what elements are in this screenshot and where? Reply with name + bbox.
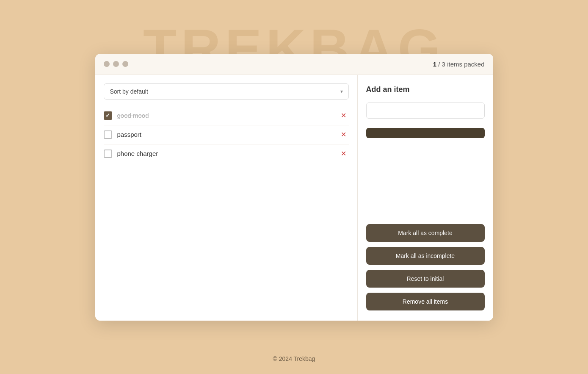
- item-delete-button-1[interactable]: ✕: [338, 111, 349, 120]
- window-dot-2: [113, 61, 119, 67]
- item-checkbox-3[interactable]: [104, 150, 112, 158]
- right-panel: Add an item Mark all as complete Mark al…: [358, 75, 493, 321]
- title-bar: 1 / 3 items packed: [95, 54, 493, 75]
- items-packed-count: 1: [433, 61, 436, 68]
- add-item-heading: Add an item: [366, 85, 485, 94]
- reset-to-initial-button[interactable]: Reset to initial: [366, 270, 485, 288]
- item-delete-button-2[interactable]: ✕: [338, 130, 349, 139]
- window-dot-3: [122, 61, 128, 67]
- spacer: [366, 145, 485, 219]
- sort-select[interactable]: Sort by default Sort by packed Sort by u…: [104, 83, 349, 100]
- items-packed-status: 1 / 3 items packed: [433, 61, 485, 68]
- mark-all-incomplete-button[interactable]: Mark all as incomplete: [366, 247, 485, 265]
- footer: © 2024 Trekbag: [273, 355, 315, 362]
- list-item: good mood ✕: [104, 106, 349, 125]
- sort-select-wrapper: Sort by default Sort by packed Sort by u…: [104, 83, 349, 100]
- app-window: 1 / 3 items packed Sort by default Sort …: [95, 54, 493, 321]
- window-controls: [104, 61, 128, 67]
- add-item-button[interactable]: [366, 128, 485, 138]
- window-dot-1: [104, 61, 110, 67]
- items-packed-label: / 3 items packed: [438, 61, 484, 68]
- mark-all-complete-button[interactable]: Mark all as complete: [366, 224, 485, 242]
- item-checkbox-2[interactable]: [104, 130, 112, 139]
- item-list: good mood ✕ passport ✕ phone charger ✕: [104, 106, 349, 163]
- item-label-1: good mood: [117, 112, 333, 119]
- item-label-3: phone charger: [117, 150, 333, 157]
- item-checkbox-1[interactable]: [104, 111, 112, 120]
- item-delete-button-3[interactable]: ✕: [338, 150, 349, 158]
- add-item-input[interactable]: [366, 103, 485, 119]
- remove-all-items-button[interactable]: Remove all items: [366, 293, 485, 310]
- list-item: passport ✕: [104, 125, 349, 144]
- list-item: phone charger ✕: [104, 144, 349, 163]
- left-panel: Sort by default Sort by packed Sort by u…: [95, 75, 358, 321]
- main-content: Sort by default Sort by packed Sort by u…: [95, 75, 493, 321]
- item-label-2: passport: [117, 131, 333, 138]
